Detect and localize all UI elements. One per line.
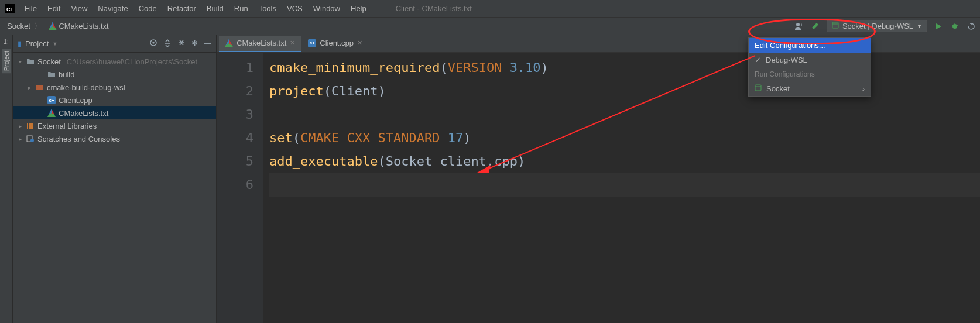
project-panel-title[interactable]: Project (25, 39, 49, 48)
menu-tools[interactable]: Tools (254, 2, 281, 15)
debug-icon[interactable] (950, 21, 960, 32)
project-view-icon: ▮ (18, 39, 22, 48)
tree-node-client-cpp[interactable]: c+ Client.cpp (13, 94, 216, 106)
cmake-icon (225, 39, 233, 47)
menubar: CL File Edit View Navigate Code Refactor… (0, 0, 980, 18)
tree-node-external-libraries[interactable]: ▸ External Libraries (13, 119, 216, 132)
user-icon[interactable]: + (794, 21, 804, 32)
tab-cmakelists[interactable]: CMakeLists.txt ✕ (219, 36, 301, 52)
expand-all-icon[interactable] (163, 39, 172, 49)
menu-file[interactable]: File (20, 2, 42, 15)
svg-rect-18 (755, 85, 761, 91)
svg-point-6 (952, 24, 957, 29)
navigation-bar: Socket〉 CMakeLists.txt + Socket | Debug-… (0, 18, 980, 35)
hide-panel-icon[interactable]: — (204, 39, 211, 49)
close-icon[interactable]: ✕ (357, 39, 362, 47)
project-panel: ▮ Project ▼ ✻ — ▾ (13, 35, 217, 323)
close-icon[interactable]: ✕ (290, 39, 295, 47)
menu-view[interactable]: View (66, 2, 92, 15)
svg-text:CL: CL (6, 6, 13, 12)
run-config-label: Socket | Debug-WSL (842, 22, 913, 30)
dropdown-edit-configurations[interactable]: Edit Configurations... (749, 38, 871, 53)
cpp-file-icon: c+ (47, 96, 56, 104)
dropdown-header: Run Configurations (749, 67, 871, 81)
dropdown-socket[interactable]: Socket › (749, 81, 871, 96)
menu-window[interactable]: Window (309, 2, 345, 15)
tool-window-button-index[interactable]: 1: (4, 39, 8, 45)
breadcrumb-file[interactable]: CMakeLists.txt (45, 22, 112, 30)
tool-window-stripe: 1: Project (0, 35, 13, 323)
project-tree: ▾ Socket C:\Users\huawei\CLionProjects\S… (13, 53, 216, 147)
chevron-down-icon: ▼ (917, 23, 922, 29)
breadcrumb-root[interactable]: Socket〉 (4, 21, 45, 32)
run-icon[interactable] (933, 21, 944, 32)
run-config-dropdown: Edit Configurations... ✓ Debug-WSL Run C… (748, 37, 871, 97)
tree-node-root[interactable]: ▾ Socket C:\Users\huawei\CLionProjects\S… (13, 55, 216, 68)
chevron-right-icon: › (862, 84, 865, 93)
menu-edit[interactable]: Edit (43, 2, 65, 15)
code-content[interactable]: cmake_minimum_required(VERSION 3.10)proj… (263, 53, 980, 323)
line-gutter[interactable]: 1 2 3 4 5 6 (217, 53, 263, 323)
check-icon: ✓ (755, 56, 761, 64)
tree-node-scratches[interactable]: ▸ Scratches and Consoles (13, 132, 216, 145)
locate-icon[interactable] (149, 39, 157, 49)
menu-build[interactable]: Build (202, 2, 228, 15)
cmake-icon (47, 109, 56, 117)
tab-client-cpp[interactable]: c+ Client.cpp ✕ (302, 36, 368, 52)
svg-rect-15 (32, 123, 33, 129)
gear-icon[interactable]: ✻ (191, 39, 198, 49)
svg-rect-13 (29, 123, 30, 129)
menu-help[interactable]: Help (346, 2, 371, 15)
menu-code[interactable]: Code (134, 2, 162, 15)
application-icon (832, 22, 839, 30)
cmake-icon (49, 22, 57, 30)
chevron-down-icon: ▼ (52, 41, 57, 47)
scratches-icon (26, 135, 35, 142)
svg-rect-14 (30, 123, 32, 129)
clion-logo-icon: CL (5, 4, 15, 14)
svg-point-2 (796, 23, 800, 26)
menu-run[interactable]: Run (229, 2, 253, 15)
tool-window-button-project[interactable]: Project (2, 49, 11, 73)
folder-icon (47, 71, 56, 78)
svg-rect-12 (27, 123, 28, 129)
svg-point-11 (153, 42, 154, 43)
tree-node-build[interactable]: build (13, 68, 216, 81)
menu-refactor[interactable]: Refactor (163, 2, 201, 15)
svg-text:+: + (800, 22, 803, 28)
project-panel-header: ▮ Project ▼ ✻ — (13, 35, 216, 53)
dropdown-debug-wsl[interactable]: ✓ Debug-WSL (749, 53, 871, 67)
menu-navigate[interactable]: Navigate (93, 2, 132, 15)
run-config-selector[interactable]: Socket | Debug-WSL ▼ (827, 20, 927, 32)
tree-node-cmakelists[interactable]: CMakeLists.txt (13, 106, 216, 119)
menu-vcs[interactable]: VCS (282, 2, 307, 15)
application-icon (755, 84, 762, 93)
folder-icon (26, 58, 35, 65)
svg-point-17 (30, 139, 34, 142)
svg-rect-4 (832, 22, 838, 28)
collapse-all-icon[interactable] (177, 39, 186, 49)
more-icon[interactable] (966, 21, 976, 32)
window-title: Client - CMakeLists.txt (396, 4, 472, 13)
cpp-file-icon: c+ (308, 39, 316, 47)
tree-node-cmake-build[interactable]: ▸ cmake-build-debug-wsl (13, 81, 216, 94)
library-icon (26, 122, 35, 129)
build-hammer-icon[interactable] (810, 21, 821, 32)
folder-excluded-icon (35, 84, 44, 91)
